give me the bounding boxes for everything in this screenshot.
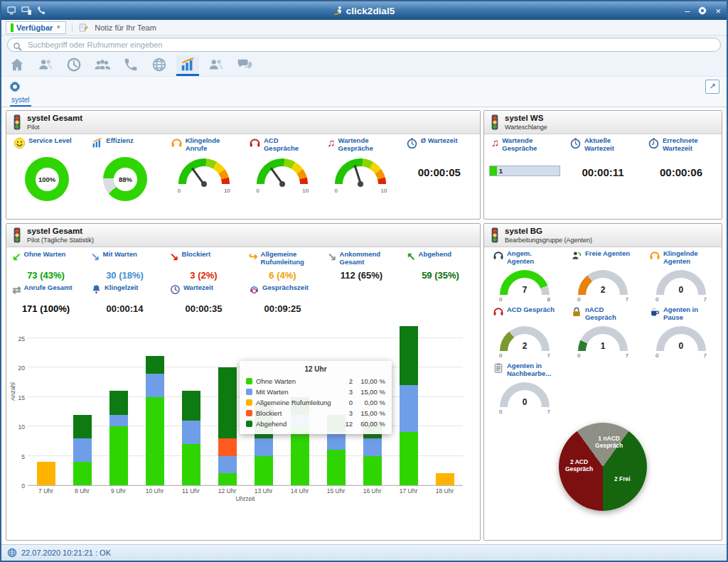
gauge-min: 0	[577, 296, 580, 303]
gauge-max: 10	[381, 188, 387, 194]
bar-chart-xlabels: 7 Uhr8 Uhr9 Uhr10 Uhr11 Uhr12 Uhr13 Uhr1…	[28, 486, 463, 495]
stat-label: Allgemeine Rufumleitung	[261, 251, 312, 266]
music-note-icon: ♫	[327, 137, 335, 148]
statistics-tab[interactable]	[176, 55, 199, 76]
team-note-icon[interactable]	[78, 22, 89, 33]
team-note-field[interactable]: Notiz für Ihr Team	[95, 23, 156, 32]
stat-label: Anrufe Gesamt	[24, 284, 73, 292]
calls-tab[interactable]	[119, 55, 142, 76]
metric-label: Wartende Gespräche	[338, 137, 390, 153]
team-tab[interactable]	[91, 55, 114, 76]
contacts-tab[interactable]	[34, 55, 57, 76]
bar-segment	[363, 438, 382, 456]
wrapup-agents-gauge[interactable]: 0	[498, 381, 552, 408]
tooltip-row: Allgemeine Rufumleitung00,00 %	[246, 397, 385, 408]
home-tab[interactable]	[6, 55, 28, 76]
efficiency-donut[interactable]: 88%	[103, 157, 147, 201]
dashboard-main: systel Gesamt Pilot Service Level 100%	[1, 107, 727, 544]
panel-header: systel WS Warteschlange	[484, 111, 722, 134]
history-tab[interactable]	[63, 55, 85, 76]
open-external-icon[interactable]: ↗	[705, 80, 719, 94]
x-axis-title: Uhrzeit	[28, 495, 463, 502]
bar-11-Uhr[interactable]	[173, 321, 209, 485]
bar-segment	[73, 415, 92, 438]
gauge-min: 0	[499, 409, 502, 415]
logged-in-agents-gauge[interactable]: 7	[498, 269, 552, 296]
daily-call-chart: Anzahl 0510152025 12 UhrOhne Warten210,0…	[12, 321, 476, 502]
headset-icon	[493, 306, 504, 318]
gauge-label: Klingelnde Agenten	[663, 250, 714, 266]
bar-segment	[218, 367, 237, 438]
metric-label: Wartende Gespräche	[502, 137, 553, 153]
bar-8-Uhr[interactable]	[64, 321, 100, 485]
acd-call-gauge[interactable]: 2	[498, 325, 552, 352]
panel-title: systel Gesamt	[27, 114, 82, 123]
stat-label: Blockiert	[182, 251, 211, 259]
gauge-max: 7	[704, 296, 707, 303]
paused-agents-gauge[interactable]: 0	[654, 325, 708, 352]
stat-value: 30 (18%)	[106, 270, 144, 281]
chat-icon	[236, 57, 253, 72]
minimize-button[interactable]: –	[685, 6, 690, 16]
status-bar: 22.07.2020 10:21:21 : OK	[1, 544, 727, 561]
connection-globe-icon	[7, 548, 17, 558]
stat-klingelzeit: Klingelzeit 00:00:14	[85, 284, 164, 314]
bar-18-Uhr[interactable]	[427, 321, 463, 485]
close-button[interactable]: ×	[715, 6, 721, 16]
presence-selector[interactable]: Verfügbar ▼	[6, 21, 66, 34]
bar-10-Uhr[interactable]	[136, 321, 173, 485]
efficiency-chart-icon	[92, 137, 103, 148]
softphone-icon[interactable]	[7, 6, 18, 16]
outgoing-arrow-icon: ↖	[407, 251, 416, 261]
team-icon	[93, 57, 112, 72]
dashboard-settings-gear-icon[interactable]	[9, 80, 21, 93]
bar-segment	[255, 438, 273, 456]
bar-chart-plot: 12 UhrOhne Warten210,00 %Mit Warten315,0…	[28, 321, 463, 486]
x-tick: 12 Uhr	[209, 486, 245, 495]
ringing-calls-gauge[interactable]	[176, 157, 232, 187]
gauge-label: nACD Gespräch	[585, 306, 636, 322]
acd-calls-gauge[interactable]	[255, 157, 310, 187]
incoming-wait-arrow-icon: ↘	[91, 251, 100, 261]
gauge-min: 0	[655, 352, 658, 359]
bar-17-Uhr[interactable]	[390, 321, 427, 485]
tab-systel[interactable]: systel	[10, 96, 31, 107]
bar-segment	[400, 432, 418, 485]
settings-gear-icon[interactable]	[697, 6, 707, 16]
stat-wartezeit: Wartezeit 00:00:35	[164, 284, 243, 314]
web-tab[interactable]	[148, 55, 171, 76]
agent-pie[interactable]: 1 nACD Gespräch2 Frei2 ACD Gespräch	[559, 423, 647, 511]
bar-9-Uhr[interactable]	[100, 321, 136, 485]
free-agents-gauge[interactable]: 2	[576, 269, 630, 296]
handset-mini-icon[interactable]	[36, 6, 46, 16]
x-tick: 16 Uhr	[354, 486, 390, 495]
bar-segment	[182, 421, 200, 444]
agents-tab[interactable]	[205, 55, 228, 76]
gauge-max: 8	[547, 296, 550, 303]
metric-effizienz: Effizienz 88%	[86, 137, 164, 201]
gauge-label: ACD Gespräch	[507, 306, 555, 314]
stat-label: Ohne Warten	[24, 251, 66, 259]
monitor-phone-icon[interactable]	[21, 6, 32, 16]
bar-segment	[73, 438, 92, 462]
metric-label: Ø Wartezeit	[421, 137, 458, 145]
gauge-min: 0	[178, 188, 181, 194]
chat-tab[interactable]	[233, 55, 256, 76]
headset-icon	[493, 250, 504, 261]
bar-segment	[400, 326, 418, 385]
panel-systel-gesamt-live: systel Gesamt Pilot Service Level 100%	[6, 110, 481, 220]
stat-value: 00:09:25	[264, 303, 301, 314]
y-tick: 5	[21, 453, 25, 460]
bar-7-Uhr[interactable]	[28, 321, 64, 485]
nacd-call-gauge[interactable]: 1	[576, 325, 630, 352]
service-level-donut[interactable]: 100%	[25, 157, 69, 201]
ringing-agents-gauge[interactable]: 0	[654, 269, 708, 296]
panel-header: systel BG Bearbeitungsgruppe (Agenten)	[484, 224, 722, 247]
waiting-calls-gauge[interactable]	[333, 157, 388, 187]
gauge-max: 7	[626, 352, 628, 359]
bar-segment	[182, 391, 200, 420]
gauge-value: 2	[576, 285, 630, 295]
waiting-calls-bar[interactable]: 1	[489, 166, 560, 176]
gauge-value: 2	[498, 341, 552, 351]
search-input[interactable]	[7, 38, 721, 52]
